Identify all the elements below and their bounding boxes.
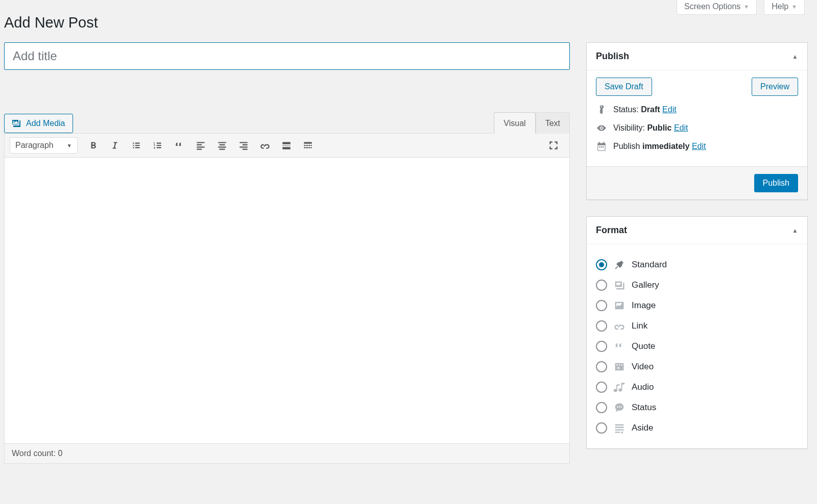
aside-icon — [613, 422, 626, 434]
format-radio-link[interactable] — [596, 320, 607, 332]
format-label: Audio — [632, 382, 654, 392]
quote-icon — [613, 340, 626, 352]
audio-icon — [613, 381, 626, 393]
format-option-audio[interactable]: Audio — [596, 377, 798, 397]
tab-visual[interactable]: Visual — [494, 112, 535, 134]
page-title: Add New Post — [4, 14, 817, 31]
main-column: Add Media Visual Text Paragraph ▼ — [4, 42, 570, 464]
preview-button[interactable]: Preview — [752, 78, 798, 96]
toolbar-toggle-button[interactable] — [299, 137, 317, 154]
wordcount-label: Word count: — [12, 449, 56, 458]
key-icon — [596, 104, 607, 115]
readmore-button[interactable] — [278, 137, 295, 154]
format-radio-gallery[interactable] — [596, 280, 607, 291]
bullet-list-button[interactable] — [128, 137, 145, 154]
editor-container: Paragraph ▼ Word count: — [4, 133, 570, 464]
italic-button[interactable] — [106, 137, 124, 154]
gallery-icon — [613, 279, 626, 291]
wordcount-value: 0 — [58, 449, 62, 458]
format-postbox-header[interactable]: Format ▲ — [587, 217, 807, 244]
visibility-edit-link[interactable]: Edit — [674, 123, 688, 132]
format-radio-quote[interactable] — [596, 341, 607, 352]
video-icon — [613, 361, 626, 373]
visibility-label: Visibility: — [613, 123, 645, 132]
chevron-down-icon: ▼ — [743, 4, 749, 10]
bold-button[interactable] — [85, 137, 102, 154]
format-label: Video — [632, 362, 654, 372]
editor-statusbar: Word count: 0 — [5, 443, 569, 463]
numbered-list-button[interactable] — [149, 137, 166, 154]
format-radio-image[interactable] — [596, 300, 607, 311]
chevron-down-icon: ▼ — [67, 143, 72, 148]
schedule-edit-link[interactable]: Edit — [692, 142, 706, 150]
eye-icon — [596, 122, 607, 134]
status-label: Status: — [613, 105, 639, 114]
schedule-label: Publish — [613, 142, 640, 150]
content-editor[interactable] — [5, 158, 569, 443]
format-label: Link — [632, 321, 647, 331]
format-label: Status — [632, 402, 656, 413]
schedule-row: Publish immediately Edit — [596, 141, 798, 152]
format-option-link[interactable]: Link — [596, 316, 798, 336]
visibility-value: Public — [647, 123, 671, 132]
fullscreen-button[interactable] — [545, 137, 562, 154]
publish-postbox-title: Publish — [596, 51, 629, 62]
align-right-button[interactable] — [235, 137, 252, 154]
side-column: Publish ▲ Save Draft Preview Status: Dra… — [586, 42, 808, 465]
format-option-standard[interactable]: Standard — [596, 255, 798, 275]
status-icon — [613, 401, 626, 414]
image-icon — [613, 299, 626, 312]
align-center-button[interactable] — [213, 137, 231, 154]
editor-toolbar: Paragraph ▼ — [5, 134, 569, 158]
publish-postbox: Publish ▲ Save Draft Preview Status: Dra… — [586, 42, 808, 200]
format-radio-status[interactable] — [596, 402, 607, 413]
format-postbox: Format ▲ Standard Gallery — [586, 216, 808, 449]
tab-text[interactable]: Text — [536, 112, 570, 134]
format-option-video[interactable]: Video — [596, 357, 798, 377]
link-icon — [613, 320, 626, 332]
help-toggle[interactable]: Help ▼ — [764, 0, 805, 15]
format-radio-standard[interactable] — [596, 259, 607, 270]
format-label: Gallery — [632, 280, 659, 290]
status-row: Status: Draft Edit — [596, 104, 798, 115]
format-option-quote[interactable]: Quote — [596, 336, 798, 357]
format-radio-video[interactable] — [596, 361, 607, 372]
chevron-up-icon: ▲ — [792, 53, 798, 60]
format-option-gallery[interactable]: Gallery — [596, 275, 798, 295]
chevron-down-icon: ▼ — [791, 4, 797, 10]
media-icon — [12, 118, 22, 129]
add-media-label: Add Media — [26, 119, 65, 128]
screen-options-toggle[interactable]: Screen Options ▼ — [677, 0, 757, 15]
format-option-image[interactable]: Image — [596, 295, 798, 316]
chevron-up-icon: ▲ — [792, 227, 798, 234]
calendar-icon — [596, 141, 607, 152]
help-label: Help — [772, 2, 788, 11]
publish-postbox-header[interactable]: Publish ▲ — [587, 43, 807, 70]
pushpin-icon — [613, 259, 626, 271]
save-draft-button[interactable]: Save Draft — [596, 78, 652, 96]
screen-options-label: Screen Options — [684, 2, 740, 11]
format-option-aside[interactable]: Aside — [596, 418, 798, 438]
post-title-input[interactable] — [4, 42, 570, 70]
schedule-value: immediately — [642, 142, 689, 150]
format-radio-aside[interactable] — [596, 422, 607, 434]
publish-button[interactable]: Publish — [754, 174, 798, 192]
paragraph-format-select[interactable]: Paragraph ▼ — [10, 137, 78, 154]
format-postbox-title: Format — [596, 225, 627, 236]
add-media-button[interactable]: Add Media — [4, 114, 73, 133]
visibility-row: Visibility: Public Edit — [596, 122, 798, 134]
paragraph-format-label: Paragraph — [15, 141, 54, 150]
format-label: Image — [632, 300, 656, 311]
format-option-status[interactable]: Status — [596, 397, 798, 418]
format-label: Quote — [632, 341, 655, 351]
status-edit-link[interactable]: Edit — [662, 105, 677, 114]
format-list: Standard Gallery Image — [596, 251, 798, 441]
format-radio-audio[interactable] — [596, 382, 607, 393]
format-label: Aside — [632, 423, 654, 433]
link-button[interactable] — [256, 137, 274, 154]
blockquote-button[interactable] — [171, 137, 188, 154]
align-left-button[interactable] — [192, 137, 209, 154]
format-label: Standard — [632, 260, 667, 270]
status-value: Draft — [641, 105, 660, 114]
